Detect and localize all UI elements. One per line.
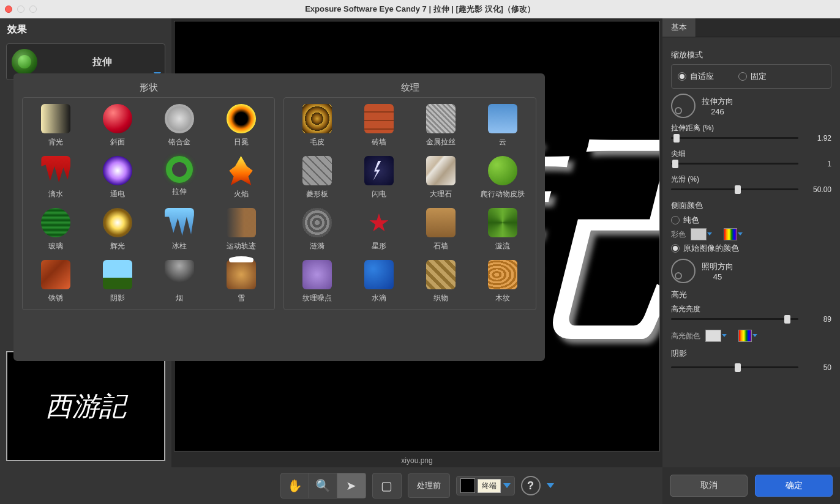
minimize-window-icon[interactable] <box>17 6 24 13</box>
shape-item-3[interactable]: 日冕 <box>211 104 271 147</box>
texture-item-6[interactable]: 大理石 <box>411 156 471 199</box>
radio-fixed[interactable]: 固定 <box>738 71 767 82</box>
shape-label: 冰柱 <box>172 241 187 251</box>
highlight-color-swatch[interactable] <box>705 330 721 342</box>
light-dir-value: 45 <box>702 272 733 281</box>
terminal-label: 终端 <box>478 479 501 493</box>
highlight-color-label: 高光颜色 <box>671 331 700 341</box>
light-direction-control[interactable]: 照明方向 45 <box>671 259 831 283</box>
texture-label: 金属拉丝 <box>426 137 456 147</box>
shape-item-8[interactable]: 玻璃 <box>26 208 86 251</box>
light-dial-icon[interactable] <box>671 259 696 283</box>
shape-item-4[interactable]: 滴水 <box>26 156 86 199</box>
shape-item-2[interactable]: 铬合金 <box>150 104 209 147</box>
settings-panel: 基本 缩放模式 自适应 固定 拉伸方向 246 <box>662 18 840 467</box>
direction-dial-icon[interactable] <box>671 94 696 118</box>
radio-original-color[interactable]: 原始图像的颜色 <box>671 243 831 254</box>
tile-view-icon[interactable]: ▢ <box>373 473 401 498</box>
window-controls <box>5 6 37 13</box>
color-picker-row: 彩色 <box>671 228 831 240</box>
close-window-icon[interactable] <box>5 6 12 13</box>
shape-icon <box>103 156 132 185</box>
shapes-section-title: 形状 <box>22 82 275 94</box>
texture-item-14[interactable]: 织物 <box>411 260 471 303</box>
texture-item-5[interactable]: 闪电 <box>350 156 409 199</box>
shape-item-5[interactable]: 通电 <box>88 156 148 199</box>
current-effect-label: 拉伸 <box>45 56 160 69</box>
shape-item-15[interactable]: 雪 <box>211 260 271 303</box>
texture-icon <box>302 104 332 133</box>
tab-basic[interactable]: 基本 <box>662 18 696 37</box>
texture-label: 菱形板 <box>306 189 328 199</box>
shape-item-9[interactable]: 辉光 <box>88 208 148 251</box>
texture-label: 纹理噪点 <box>302 293 332 303</box>
texture-item-11[interactable]: 漩流 <box>473 208 532 251</box>
color-palette-icon[interactable] <box>724 228 737 240</box>
shape-item-1[interactable]: 斜面 <box>88 104 148 147</box>
texture-item-13[interactable]: 水滴 <box>350 260 409 303</box>
shape-label: 铬合金 <box>168 137 190 147</box>
before-button[interactable]: 处理前 <box>408 473 450 498</box>
help-dropdown-icon[interactable] <box>547 483 554 488</box>
maximize-window-icon[interactable] <box>29 6 37 13</box>
window-title: Exposure Software Eye Candy 7 | 拉伸 | [趣光… <box>305 4 535 15</box>
slider-2[interactable]: 光滑 (%) 50.00 <box>671 174 831 194</box>
shape-label: 滴水 <box>48 189 63 199</box>
shape-item-7[interactable]: 火焰 <box>211 156 271 199</box>
shape-icon <box>227 260 256 289</box>
shape-item-6[interactable]: 拉伸 <box>150 156 209 199</box>
texture-item-3[interactable]: 云 <box>473 104 532 147</box>
texture-item-10[interactable]: 石墙 <box>411 208 471 251</box>
texture-item-4[interactable]: 菱形板 <box>288 156 347 199</box>
texture-item-15[interactable]: 木纹 <box>473 260 532 303</box>
shape-label: 阴影 <box>110 293 125 303</box>
ok-button[interactable]: 确定 <box>755 475 833 497</box>
highlight-brightness-slider[interactable]: 高光亮度 89 <box>671 304 831 324</box>
slider-0[interactable]: 拉伸距离 (%) 1.92 <box>671 123 831 143</box>
shape-item-12[interactable]: 铁锈 <box>26 260 86 303</box>
slider-1[interactable]: 尖细 1 <box>671 149 831 168</box>
shape-item-13[interactable]: 阴影 <box>88 260 148 303</box>
highlight-color-row: 高光颜色 <box>671 330 831 342</box>
pointer-tool-icon[interactable]: ➤ <box>337 473 366 498</box>
shape-icon <box>41 260 70 289</box>
shadow-slider[interactable]: 50 <box>671 363 831 372</box>
radio-off-icon <box>671 216 680 224</box>
texture-icon <box>302 260 332 289</box>
radio-adaptive[interactable]: 自适应 <box>678 71 714 82</box>
fg-color-swatch[interactable] <box>460 478 475 493</box>
texture-item-9[interactable]: ★星形 <box>350 208 409 251</box>
shape-label: 日冕 <box>234 137 249 147</box>
titlebar: Exposure Software Eye Candy 7 | 拉伸 | [趣光… <box>0 0 840 18</box>
shape-item-10[interactable]: 冰柱 <box>150 208 209 251</box>
tool-group-nav: ✋ 🔍 ➤ <box>280 473 366 498</box>
direction-control[interactable]: 拉伸方向 246 <box>671 94 831 118</box>
texture-icon <box>488 208 517 237</box>
texture-item-1[interactable]: 砖墙 <box>350 104 409 147</box>
zoom-tool-icon[interactable]: 🔍 <box>309 473 337 498</box>
cancel-button[interactable]: 取消 <box>670 475 748 497</box>
bottom-toolbar: ✋ 🔍 ➤ ▢ 处理前 终端 ? 取消 确定 <box>0 467 840 504</box>
highlight-title: 高光 <box>671 289 831 300</box>
dropdown-arrow-icon <box>503 483 511 488</box>
texture-label: 织物 <box>433 293 448 303</box>
radio-solid-color[interactable]: 纯色 <box>671 215 831 226</box>
fg-bg-selector[interactable]: 终端 <box>456 476 515 495</box>
help-icon[interactable]: ? <box>521 476 541 495</box>
shape-item-14[interactable]: 烟 <box>150 260 209 303</box>
shape-item-11[interactable]: 运动轨迹 <box>211 208 271 251</box>
shadow-title: 阴影 <box>671 348 831 359</box>
texture-item-7[interactable]: 爬行动物皮肤 <box>473 156 532 199</box>
shape-item-0[interactable]: 背光 <box>26 104 86 147</box>
hand-tool-icon[interactable]: ✋ <box>281 473 309 498</box>
texture-item-0[interactable]: 毛皮 <box>288 104 347 147</box>
texture-item-12[interactable]: 纹理噪点 <box>288 260 347 303</box>
color-swatch[interactable] <box>691 228 707 240</box>
texture-item-8[interactable]: 涟漪 <box>288 208 347 251</box>
highlight-palette-icon[interactable] <box>738 330 752 342</box>
texture-item-2[interactable]: 金属拉丝 <box>411 104 471 147</box>
light-dir-label: 照明方向 <box>702 261 733 272</box>
shape-icon <box>165 208 194 237</box>
shape-label: 拉伸 <box>172 187 187 197</box>
texture-icon <box>302 208 332 237</box>
